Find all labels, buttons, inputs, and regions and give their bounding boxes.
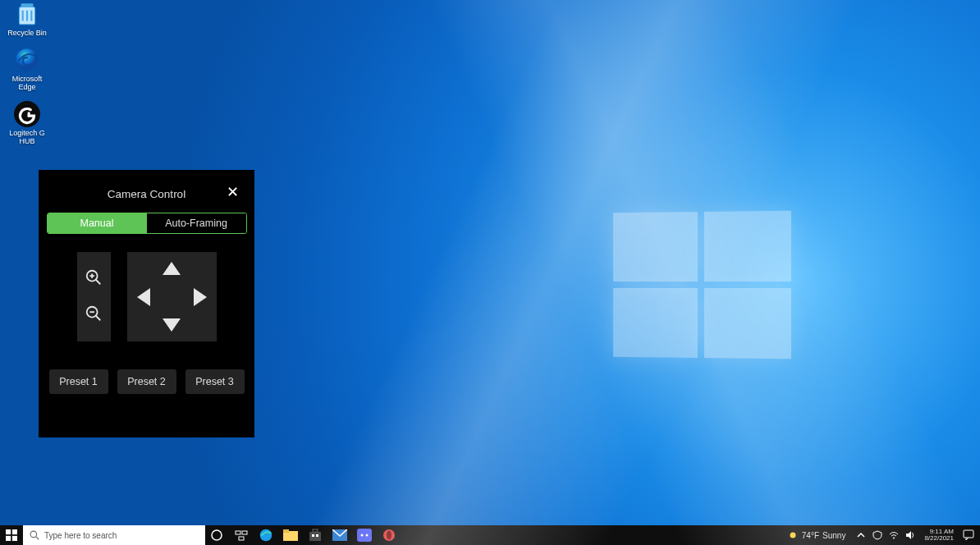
arrow-right-icon <box>194 288 207 306</box>
zoom-in-icon <box>85 268 103 286</box>
svg-rect-26 <box>312 534 314 537</box>
taskbar-app-opera[interactable] <box>381 527 397 543</box>
svg-rect-29 <box>357 529 372 542</box>
svg-point-35 <box>893 538 895 539</box>
search-placeholder: Type here to search <box>44 531 117 540</box>
svg-rect-24 <box>309 532 321 541</box>
taskbar-app-discord[interactable] <box>356 527 373 543</box>
arrow-up-icon <box>163 262 181 275</box>
svg-line-16 <box>36 537 39 539</box>
action-center-button[interactable] <box>962 529 975 542</box>
weather-temp: 74°F <box>802 531 819 540</box>
presets-row: Preset 1 Preset 2 Preset 3 <box>49 369 245 394</box>
zoom-out-button[interactable] <box>85 305 103 325</box>
svg-rect-1 <box>21 3 34 7</box>
tray-chevron-up-button[interactable] <box>855 529 867 541</box>
tray-security-button[interactable] <box>872 529 883 541</box>
taskbar-app-file-explorer[interactable] <box>282 527 299 543</box>
chevron-up-icon <box>857 531 865 539</box>
svg-rect-13 <box>6 536 11 541</box>
discord-icon <box>357 529 372 542</box>
pan-tilt-dpad <box>127 252 217 341</box>
volume-icon <box>905 530 915 540</box>
search-box[interactable]: Type here to search <box>23 525 205 545</box>
task-view-icon <box>235 529 248 542</box>
taskbar-app-mail[interactable] <box>332 527 348 543</box>
windows-logo <box>613 211 791 360</box>
cortana-button[interactable] <box>208 527 225 543</box>
shield-icon <box>872 530 882 540</box>
taskbar-app-store[interactable] <box>307 527 323 543</box>
opera-icon <box>382 529 396 542</box>
svg-rect-23 <box>283 529 289 533</box>
desktop-wallpaper: Recycle Bin Microsoft Edge Logitech G HU… <box>0 0 980 545</box>
pan-tilt-zoom-controls <box>77 252 217 341</box>
cortana-circle-icon <box>210 529 223 542</box>
microsoft-store-icon <box>309 529 322 542</box>
preset-3-button[interactable]: Preset 3 <box>185 369 245 394</box>
clock[interactable]: 9:11 AM 8/22/2021 <box>924 529 954 542</box>
svg-rect-12 <box>12 529 17 534</box>
notification-icon <box>963 529 974 541</box>
search-icon <box>30 530 39 540</box>
camera-control-header: Camera Control ✕ <box>44 180 249 208</box>
zoom-group <box>77 252 111 341</box>
clock-date: 8/22/2021 <box>924 535 954 542</box>
desktop-icon-edge[interactable]: Microsoft Edge <box>5 46 49 92</box>
preset-1-button[interactable]: Preset 1 <box>49 369 108 394</box>
svg-rect-18 <box>236 531 240 534</box>
file-explorer-icon <box>283 529 298 542</box>
wifi-icon <box>889 530 899 540</box>
zoom-in-button[interactable] <box>85 268 103 289</box>
desktop-icon-recycle-bin[interactable]: Recycle Bin <box>5 0 49 38</box>
task-view-button[interactable] <box>233 527 250 543</box>
desktop-icons: Recycle Bin Microsoft Edge Logitech G HU… <box>5 0 49 145</box>
system-tray: 74°F Sunny 9:11 AM 8/22/2021 <box>782 529 980 542</box>
desktop-icon-label: Microsoft Edge <box>5 76 49 92</box>
svg-line-9 <box>96 316 101 321</box>
microsoft-edge-icon <box>13 46 41 74</box>
zoom-out-icon <box>85 305 103 323</box>
taskbar-app-edge[interactable] <box>258 527 274 543</box>
microsoft-edge-icon <box>259 528 273 543</box>
svg-point-34 <box>790 533 795 538</box>
preset-2-button[interactable]: Preset 2 <box>117 369 176 394</box>
tilt-up-button[interactable] <box>163 262 181 275</box>
desktop-icon-label: Recycle Bin <box>7 30 47 38</box>
svg-rect-11 <box>6 529 11 534</box>
svg-point-31 <box>366 534 369 537</box>
desktop-icon-label: Logitech G HUB <box>5 130 49 146</box>
arrow-down-icon <box>163 318 181 332</box>
svg-rect-14 <box>12 536 17 541</box>
taskbar-pinned-apps <box>208 527 397 543</box>
tab-auto-framing[interactable]: Auto-Framing <box>147 213 246 233</box>
desktop-icon-logitech-g-hub[interactable]: Logitech G HUB <box>5 100 49 146</box>
arrow-left-icon <box>137 288 150 306</box>
pan-right-button[interactable] <box>194 288 207 306</box>
camera-control-title: Camera Control <box>108 188 185 200</box>
windows-start-icon <box>6 529 17 541</box>
svg-line-5 <box>96 280 101 285</box>
svg-rect-27 <box>316 534 318 537</box>
svg-point-15 <box>30 531 37 538</box>
close-button[interactable]: ✕ <box>223 181 242 203</box>
taskbar: Type here to search 74°F Sunny 9:11 A <box>0 525 980 545</box>
svg-point-17 <box>212 530 222 540</box>
tray-network-button[interactable] <box>888 529 900 541</box>
close-icon: ✕ <box>227 184 239 200</box>
start-button[interactable] <box>0 529 23 541</box>
camera-control-window: Camera Control ✕ Manual Auto-Framing <box>39 170 254 437</box>
tray-volume-button[interactable] <box>904 529 916 541</box>
svg-marker-36 <box>906 531 911 539</box>
recycle-bin-icon <box>13 0 41 28</box>
svg-rect-25 <box>313 529 318 532</box>
svg-point-33 <box>387 531 392 540</box>
mail-icon <box>332 529 347 541</box>
tab-manual[interactable]: Manual <box>48 213 147 233</box>
tilt-down-button[interactable] <box>163 318 181 332</box>
pan-left-button[interactable] <box>137 288 150 306</box>
svg-point-30 <box>361 534 364 537</box>
svg-rect-19 <box>242 531 247 534</box>
weather-widget[interactable]: 74°F Sunny <box>787 529 846 541</box>
sunny-icon <box>787 529 799 541</box>
